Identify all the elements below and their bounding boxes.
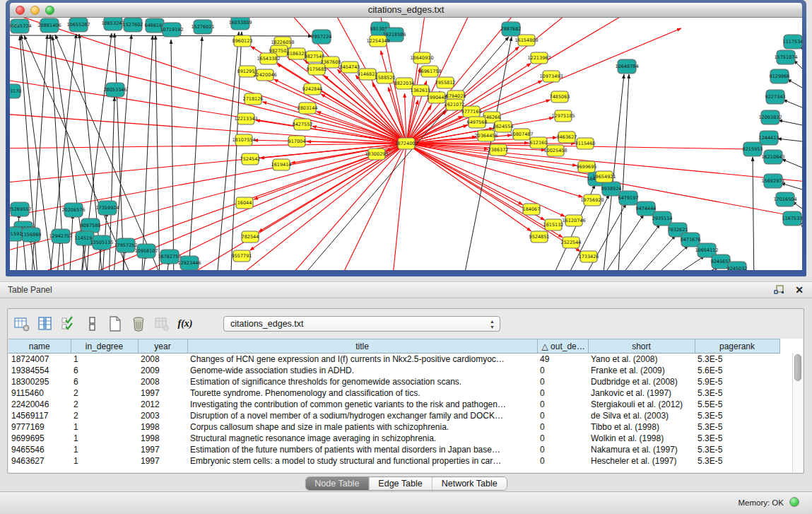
table-row[interactable]: 1830029562008Estimation of significance … bbox=[8, 376, 779, 387]
column-header-pagerank[interactable]: pagerank bbox=[695, 339, 779, 354]
table-cell[interactable]: 5.3E-5 bbox=[695, 387, 779, 399]
table-cell[interactable]: 1998 bbox=[138, 433, 187, 444]
table-cell[interactable]: Changes of HCN gene expression and I(f) … bbox=[187, 354, 537, 365]
table-cell[interactable]: Estimation of the future numbers of pati… bbox=[187, 444, 537, 455]
table-cell[interactable]: 9465546 bbox=[8, 444, 71, 455]
tab-edge-table[interactable]: Edge Table bbox=[368, 477, 431, 490]
select-rows-icon[interactable] bbox=[61, 316, 76, 332]
table-row[interactable]: 969969511998Structural magnetic resonanc… bbox=[8, 433, 779, 444]
table-cell[interactable]: 5.3E-5 bbox=[695, 421, 779, 433]
table-cell[interactable]: Nakamura et al. (1997) bbox=[588, 444, 695, 455]
table-row[interactable]: 1938455462009Genome-wide association stu… bbox=[8, 365, 779, 376]
column-header-year[interactable]: year bbox=[138, 339, 187, 354]
table-cell[interactable]: 1998 bbox=[138, 421, 187, 433]
import-table-icon[interactable] bbox=[154, 316, 170, 332]
table-cell[interactable]: 6 bbox=[71, 365, 138, 376]
tab-network-table[interactable]: Network Table bbox=[432, 477, 507, 490]
table-selector-combobox[interactable]: citations_edges.txt ▲▼ bbox=[223, 316, 500, 332]
table-cell[interactable]: 0 bbox=[537, 365, 588, 376]
table-cell[interactable]: 19384554 bbox=[8, 365, 71, 376]
table-cell[interactable]: Corpus callosum shape and size in male p… bbox=[187, 421, 537, 433]
table-cell[interactable]: 5.3E-5 bbox=[695, 410, 779, 421]
column-header-name[interactable]: name bbox=[8, 339, 71, 354]
delete-table-icon[interactable] bbox=[131, 316, 146, 332]
table-scrollbar[interactable] bbox=[792, 353, 803, 472]
table-row[interactable]: 1456911722003Disruption of a novel membe… bbox=[8, 410, 779, 421]
column-header-out_de[interactable]: △ out_de… bbox=[537, 339, 588, 354]
table-cell[interactable]: 1 bbox=[71, 455, 138, 467]
window-titlebar[interactable]: citations_edges.txt bbox=[10, 3, 802, 18]
float-panel-icon[interactable] bbox=[774, 285, 785, 296]
table-cell[interactable]: Estimation of significance thresholds fo… bbox=[187, 376, 537, 387]
table-cell[interactable]: 5.3E-5 bbox=[695, 354, 779, 365]
table-cell[interactable]: 2008 bbox=[138, 354, 187, 365]
table-cell[interactable]: Yano et al. (2008) bbox=[588, 354, 695, 365]
table-cell[interactable]: 0 bbox=[537, 387, 588, 399]
table-cell[interactable]: 0 bbox=[537, 376, 588, 387]
table-row[interactable]: 977716911998Corpus callosum shape and si… bbox=[8, 421, 779, 433]
table-cell[interactable]: 18724007 bbox=[8, 354, 71, 365]
table-cell[interactable]: 2008 bbox=[138, 376, 187, 387]
table-cell[interactable]: Embryonic stem cells: a model to study s… bbox=[187, 455, 537, 467]
table-cell[interactable]: 49 bbox=[537, 354, 588, 365]
table-cell[interactable]: 0 bbox=[537, 399, 588, 410]
table-cell[interactable]: 2003 bbox=[138, 410, 187, 421]
table-row[interactable]: 2242004622012Investigating the contribut… bbox=[8, 399, 779, 410]
table-cell[interactable]: 2 bbox=[71, 410, 138, 421]
table-cell[interactable]: Wolkin et al. (1998) bbox=[588, 433, 695, 444]
table-cell[interactable]: Structural magnetic resonance image aver… bbox=[187, 433, 537, 444]
table-cell[interactable]: 0 bbox=[537, 444, 588, 455]
attribute-table[interactable]: namein_degreeyeartitle△ out_de…shortpage… bbox=[8, 339, 780, 467]
column-header-short[interactable]: short bbox=[588, 339, 695, 354]
table-cell[interactable]: 1997 bbox=[138, 455, 187, 467]
table-cell[interactable]: 0 bbox=[537, 433, 588, 444]
table-row[interactable]: 946554611997Estimation of the future num… bbox=[8, 444, 779, 455]
table-row[interactable]: 1872400712008Changes of HCN gene express… bbox=[8, 354, 779, 365]
table-cell[interactable]: Stergiakouli et al. (2012) bbox=[588, 399, 695, 410]
table-cell[interactable]: Jankovic et al. (1997) bbox=[588, 387, 695, 399]
table-cell[interactable]: 1997 bbox=[138, 444, 187, 455]
network-graph[interactable]: 2405572420891406106552871065324715276026… bbox=[10, 18, 802, 270]
table-cell[interactable]: 0 bbox=[537, 410, 588, 421]
resize-grip[interactable] bbox=[10, 18, 20, 28]
table-cell[interactable]: 1 bbox=[71, 354, 138, 365]
table-row[interactable]: 911546021997Tourette syndrome. Phenomeno… bbox=[8, 387, 779, 399]
table-cell[interactable]: Tibbo et al. (1998) bbox=[588, 421, 695, 433]
table-cell[interactable]: 6 bbox=[71, 376, 138, 387]
new-table-icon[interactable] bbox=[107, 316, 123, 332]
table-cell[interactable]: 0 bbox=[537, 421, 588, 433]
table-cell[interactable]: 14569117 bbox=[8, 410, 71, 421]
table-cell[interactable]: 5.3E-5 bbox=[695, 433, 779, 444]
function-builder-icon[interactable]: f(x) bbox=[177, 316, 193, 332]
table-settings-icon[interactable] bbox=[14, 316, 30, 332]
network-canvas[interactable]: 2405572420891406106552871065324715276026… bbox=[10, 18, 802, 270]
table-cell[interactable]: 9699695 bbox=[8, 433, 71, 444]
table-cell[interactable]: 5.6E-5 bbox=[695, 365, 779, 376]
table-cell[interactable]: 9777169 bbox=[8, 421, 71, 433]
table-cell[interactable]: 18300295 bbox=[8, 376, 71, 387]
table-cell[interactable]: 2009 bbox=[138, 365, 187, 376]
table-cell[interactable]: 1 bbox=[71, 421, 138, 433]
table-cell[interactable]: 1 bbox=[71, 433, 138, 444]
table-cell[interactable]: Investigating the contribution of common… bbox=[187, 399, 537, 410]
table-cell[interactable]: 2 bbox=[71, 387, 138, 399]
table-cell[interactable]: Disruption of a novel member of a sodium… bbox=[187, 410, 537, 421]
column-header-in_degree[interactable]: in_degree bbox=[71, 339, 138, 354]
table-cell[interactable]: 5.3E-5 bbox=[695, 444, 779, 455]
table-cell[interactable]: 0 bbox=[537, 455, 588, 467]
column-edit-icon[interactable] bbox=[37, 316, 53, 332]
table-cell[interactable]: Hescheler et al. (1997) bbox=[588, 455, 695, 467]
table-cell[interactable]: Franke et al. (2009) bbox=[588, 365, 695, 376]
merge-tables-icon[interactable] bbox=[84, 316, 100, 332]
tab-node-table[interactable]: Node Table bbox=[305, 477, 368, 490]
table-cell[interactable]: 1 bbox=[71, 444, 138, 455]
table-cell[interactable]: 9463627 bbox=[8, 455, 71, 467]
table-cell[interactable]: 5.5E-5 bbox=[695, 399, 779, 410]
table-row[interactable]: 946362711997Embryonic stem cells: a mode… bbox=[8, 455, 779, 467]
table-cell[interactable]: Genome-wide association studies in ADHD. bbox=[187, 365, 537, 376]
close-panel-icon[interactable]: ✕ bbox=[795, 284, 804, 296]
table-cell[interactable]: de Silva et al. (2003) bbox=[588, 410, 695, 421]
table-cell[interactable]: Tourette syndrome. Phenomenology and cla… bbox=[187, 387, 537, 399]
table-scrollbar-thumb[interactable] bbox=[794, 354, 801, 381]
table-cell[interactable]: 1997 bbox=[138, 387, 187, 399]
